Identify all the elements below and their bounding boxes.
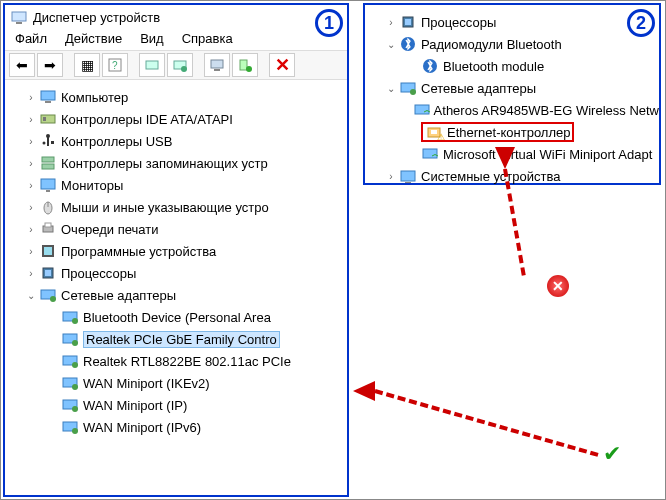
svg-rect-9 xyxy=(240,60,247,70)
monitor-icon xyxy=(39,89,57,105)
tree-label: Bluetooth module xyxy=(443,59,544,74)
toolbar-forward-button[interactable]: ➡ xyxy=(37,53,63,77)
caret-icon[interactable]: › xyxy=(25,92,37,103)
storage-icon xyxy=(39,155,57,171)
tree-node[interactable]: Microsoft Virtual WiFi Miniport Adapt xyxy=(371,143,659,165)
tree-node[interactable]: Realtek RTL8822BE 802.11ac PCIe xyxy=(11,350,347,372)
toolbar-back-button[interactable]: ⬅ xyxy=(9,53,35,77)
svg-rect-16 xyxy=(47,137,49,146)
svg-point-50 xyxy=(410,89,416,95)
toolbar-add-button[interactable] xyxy=(232,53,258,77)
tree-node[interactable]: WAN Miniport (IPv6) xyxy=(11,416,347,438)
tree-node[interactable]: ›Компьютер xyxy=(11,86,347,108)
tree-node[interactable]: ›Системные устройства xyxy=(371,165,659,187)
tree-node[interactable]: Bluetooth Device (Personal Area xyxy=(11,306,347,328)
checkmark-icon: ✔ xyxy=(603,441,621,467)
network-adapter-icon xyxy=(61,309,79,325)
svg-point-10 xyxy=(246,66,252,72)
system-icon xyxy=(399,168,417,184)
network-adapter-icon xyxy=(61,353,79,369)
svg-rect-22 xyxy=(46,190,50,192)
tree-node[interactable]: Realtek PCIe GbE Family Contro xyxy=(11,328,347,350)
caret-icon[interactable]: ⌄ xyxy=(25,290,37,301)
tree-node[interactable]: Ethernet-контроллер xyxy=(371,121,659,143)
tree-label: Microsoft Virtual WiFi Miniport Adapt xyxy=(443,147,652,162)
caret-icon[interactable]: › xyxy=(385,17,397,28)
tree-node[interactable]: ⌄Сетевые адаптеры xyxy=(371,77,659,99)
title-bar: Диспетчер устройств xyxy=(5,5,347,29)
tree-label: Очереди печати xyxy=(61,222,159,237)
device-tree[interactable]: ›Компьютер›Контроллеры IDE ATA/ATAPI›Кон… xyxy=(5,80,347,444)
arrow-head-icon xyxy=(353,381,375,401)
svg-rect-7 xyxy=(211,60,223,68)
tree-node[interactable]: ⌄Сетевые адаптеры xyxy=(11,284,347,306)
network-adapter-icon xyxy=(61,419,79,435)
caret-icon[interactable]: › xyxy=(25,224,37,235)
menu-help[interactable]: Справка xyxy=(182,31,233,46)
toolbar-computer-button[interactable] xyxy=(204,53,230,77)
caret-icon[interactable]: ⌄ xyxy=(385,39,397,50)
caret-icon[interactable]: ⌄ xyxy=(385,83,397,94)
tree-node[interactable]: Atheros AR9485WB-EG Wireless Netw xyxy=(371,99,659,121)
tree-node[interactable]: ›Мониторы xyxy=(11,174,347,196)
tree-node[interactable]: ›Контроллеры IDE ATA/ATAPI xyxy=(11,108,347,130)
svg-rect-19 xyxy=(42,157,54,162)
tree-node[interactable]: ›Процессоры xyxy=(371,11,659,33)
menu-file[interactable]: Файл xyxy=(15,31,47,46)
menu-view[interactable]: Вид xyxy=(140,31,164,46)
network-adapter-icon xyxy=(61,375,79,391)
svg-rect-14 xyxy=(43,117,46,121)
caret-icon[interactable]: › xyxy=(25,246,37,257)
tree-label: WAN Miniport (IP) xyxy=(83,398,187,413)
software-icon xyxy=(39,243,57,259)
svg-rect-21 xyxy=(41,179,55,189)
tree-node[interactable]: ›Мыши и иные указывающие устро xyxy=(11,196,347,218)
network-icon xyxy=(399,80,417,96)
tree-node[interactable]: ›Контроллеры запоминающих устр xyxy=(11,152,347,174)
tree-label: Bluetooth Device (Personal Area xyxy=(83,310,271,325)
caret-icon[interactable]: › xyxy=(385,171,397,182)
caret-icon[interactable]: › xyxy=(25,202,37,213)
tree-node[interactable]: WAN Miniport (IKEv2) xyxy=(11,372,347,394)
menu-bar[interactable]: Файл Действие Вид Справка xyxy=(5,29,347,50)
toolbar-scan-button[interactable] xyxy=(139,53,165,77)
tree-node[interactable]: Bluetooth module xyxy=(371,55,659,77)
tree-node[interactable]: ›Программные устройства xyxy=(11,240,347,262)
svg-rect-18 xyxy=(51,141,54,144)
arrow-line xyxy=(374,389,598,457)
toolbar-properties-button[interactable]: ▦ xyxy=(74,53,100,77)
bluetooth-icon xyxy=(421,58,439,74)
svg-rect-54 xyxy=(423,149,437,158)
badge-two: 2 xyxy=(627,9,655,37)
caret-icon[interactable]: › xyxy=(25,158,37,169)
tree-node[interactable]: ›Контроллеры USB xyxy=(11,130,347,152)
toolbar-delete-button[interactable]: ✕ xyxy=(269,53,295,77)
tree-node[interactable]: ›Очереди печати xyxy=(11,218,347,240)
wifi-icon xyxy=(421,146,439,162)
caret-icon[interactable]: › xyxy=(25,136,37,147)
ide-icon xyxy=(39,111,57,127)
wifi-icon xyxy=(414,102,430,118)
toolbar-update-button[interactable] xyxy=(167,53,193,77)
svg-rect-12 xyxy=(45,101,51,103)
svg-rect-28 xyxy=(44,247,52,255)
svg-rect-30 xyxy=(45,270,51,276)
caret-icon[interactable]: › xyxy=(25,180,37,191)
tree-node[interactable]: ⌄Радиомодули Bluetooth xyxy=(371,33,659,55)
svg-rect-46 xyxy=(405,19,411,25)
tree-node[interactable]: WAN Miniport (IP) xyxy=(11,394,347,416)
toolbar-help-button[interactable]: ? xyxy=(102,53,128,77)
svg-rect-53 xyxy=(431,130,437,134)
menu-action[interactable]: Действие xyxy=(65,31,122,46)
tree-label: Процессоры xyxy=(61,266,136,281)
tree-label: Ethernet-контроллер xyxy=(447,125,570,140)
tree-label: Контроллеры IDE ATA/ATAPI xyxy=(61,112,233,127)
cpu-icon xyxy=(399,14,417,30)
tree-label: Сетевые адаптеры xyxy=(61,288,176,303)
caret-icon[interactable]: › xyxy=(25,114,37,125)
usb-icon xyxy=(39,133,57,149)
network-icon xyxy=(39,287,57,303)
tree-label: Контроллеры USB xyxy=(61,134,172,149)
caret-icon[interactable]: › xyxy=(25,268,37,279)
tree-node[interactable]: ›Процессоры xyxy=(11,262,347,284)
